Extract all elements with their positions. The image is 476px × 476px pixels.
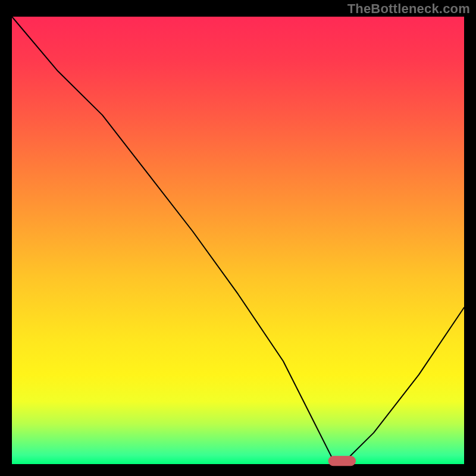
plot-area [12,17,464,464]
chart-frame: TheBottleneck.com [0,0,476,476]
optimal-point-marker [328,456,356,466]
bottleneck-curve [12,17,464,460]
plot-svg [12,17,464,464]
attribution-text: TheBottleneck.com [347,1,470,17]
